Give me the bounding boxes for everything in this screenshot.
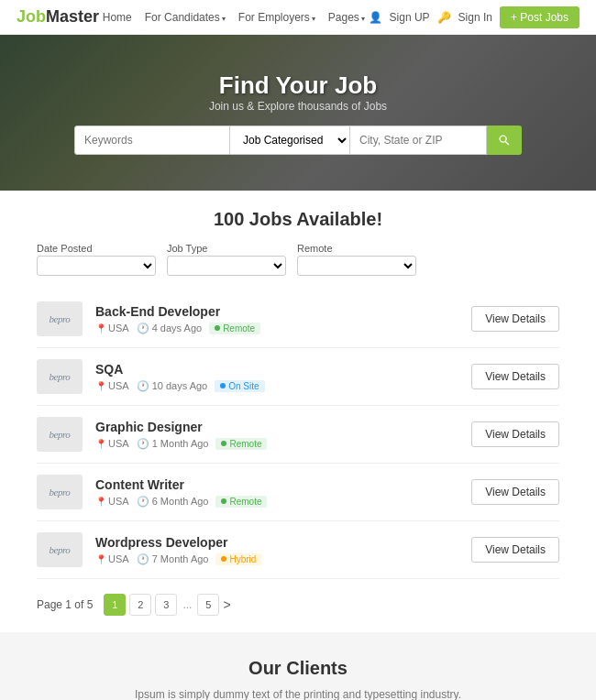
job-location: 📍 USA [95, 323, 129, 334]
hero-subtitle: Join us & Explore thousands of Jobs [74, 100, 522, 113]
page-1-button[interactable]: 1 [104, 594, 126, 616]
page-5-button[interactable]: 5 [197, 594, 219, 616]
job-time-ago: 🕐 10 days Ago [137, 380, 208, 392]
hero-title: Find Your Job [74, 71, 522, 100]
badge-dot [215, 325, 220, 331]
nav-pages[interactable]: Pages▾ [328, 11, 365, 24]
pin-icon: 📍 [95, 439, 106, 449]
job-time-ago: 🕐 6 Month Ago [137, 496, 209, 508]
category-select[interactable]: Job Categorised [230, 126, 349, 155]
chevron-down-icon: ▾ [222, 15, 226, 23]
clients-section: Our Clients Ipsum is simply dummy text o… [0, 632, 596, 700]
job-card-left: bepro Wordpress Developer 📍 USA 🕐 7 Mont… [37, 532, 261, 567]
job-type-badge: On Site [215, 380, 264, 392]
job-type-filter: Job Type [167, 243, 286, 276]
company-logo: bepro [37, 417, 83, 452]
job-meta: 📍 USA 🕐 6 Month Ago Remote [95, 496, 267, 508]
filters-bar: Date Posted Job Type Remote [37, 243, 559, 276]
job-type-select[interactable] [167, 256, 286, 276]
company-logo: bepro [37, 359, 83, 394]
logo[interactable]: JobMaster [17, 7, 99, 27]
job-info: SQA 📍 USA 🕐 10 days Ago On Site [95, 362, 265, 392]
job-type-badge: Remote [215, 496, 267, 508]
pin-icon: 📍 [95, 381, 106, 391]
pin-icon: 📍 [95, 554, 106, 564]
sign-up-link[interactable]: Sign UP [390, 11, 430, 24]
logo-part2: Master [46, 7, 99, 26]
location-input[interactable] [349, 126, 487, 155]
pagination: Page 1 of 5 1 2 3 ... 5 > [37, 579, 559, 623]
page-2-button[interactable]: 2 [129, 594, 151, 616]
keyword-input[interactable] [74, 126, 230, 155]
navbar: JobMaster Home For Candidates▾ For Emplo… [0, 0, 596, 35]
remote-filter: Remote [297, 243, 416, 276]
job-card-2: bepro SQA 📍 USA 🕐 10 days Ago On Site [37, 348, 559, 406]
job-time-ago: 🕐 4 days Ago [137, 323, 203, 334]
sign-in-link[interactable]: Sign In [458, 11, 492, 24]
job-location: 📍 USA [95, 438, 129, 449]
view-details-button[interactable]: View Details [471, 364, 559, 389]
job-title: Wordpress Developer [95, 535, 261, 550]
date-posted-select[interactable] [37, 256, 156, 276]
job-card-left: bepro Content Writer 📍 USA 🕐 6 Month Ago… [37, 475, 267, 509]
badge-dot [221, 498, 226, 504]
remote-label: Remote [297, 243, 416, 254]
job-card-1: bepro Back-End Developer 📍 USA 🕐 4 days … [37, 290, 559, 348]
job-card-left: bepro Graphic Designer 📍 USA 🕐 1 Month A… [37, 417, 267, 452]
job-title: Content Writer [95, 477, 267, 492]
jobs-list: bepro Back-End Developer 📍 USA 🕐 4 days … [37, 290, 559, 579]
nav-employers[interactable]: For Employers▾ [238, 11, 315, 24]
hero-section: Find Your Job Join us & Explore thousand… [0, 35, 596, 191]
company-name: bepro [50, 544, 71, 555]
view-details-button[interactable]: View Details [471, 479, 559, 505]
company-logo: bepro [37, 301, 83, 336]
job-meta: 📍 USA 🕐 10 days Ago On Site [95, 380, 265, 392]
job-card-5: bepro Wordpress Developer 📍 USA 🕐 7 Mont… [37, 521, 559, 579]
job-time-ago: 🕐 1 Month Ago [137, 438, 209, 450]
nav-home[interactable]: Home [103, 11, 132, 24]
svg-point-0 [500, 136, 506, 142]
nav-candidates[interactable]: For Candidates▾ [145, 11, 226, 24]
company-logo: bepro [37, 475, 83, 509]
job-type-badge: Remote [209, 323, 260, 334]
page-next-button[interactable]: > [223, 597, 230, 612]
job-location: 📍 USA [95, 380, 129, 391]
clients-title: Our Clients [37, 658, 559, 679]
job-type-badge: Hybrid [215, 553, 261, 565]
company-name: bepro [50, 371, 71, 382]
nav-links: Home For Candidates▾ For Employers▾ Page… [103, 11, 365, 24]
job-meta: 📍 USA 🕐 4 days Ago Remote [95, 323, 260, 334]
chevron-down-icon: ▾ [361, 15, 365, 23]
clients-subtitle: Ipsum is simply dummy text of the printi… [124, 686, 472, 700]
jobs-section: 100 Jobs Available! Date Posted Job Type… [0, 191, 596, 632]
company-name: bepro [50, 429, 71, 440]
logo-part1: Job [17, 7, 46, 26]
job-title: SQA [95, 362, 265, 377]
badge-dot [221, 441, 226, 446]
job-type-label: Job Type [167, 243, 286, 254]
page-dots: ... [181, 598, 193, 611]
pin-icon: 📍 [95, 497, 106, 507]
company-logo: bepro [37, 532, 83, 567]
job-card-left: bepro Back-End Developer 📍 USA 🕐 4 days … [37, 301, 260, 336]
job-location: 📍 USA [95, 496, 129, 507]
job-card-4: bepro Content Writer 📍 USA 🕐 6 Month Ago… [37, 464, 559, 521]
page-info: Page 1 of 5 [37, 598, 93, 611]
job-card-left: bepro SQA 📍 USA 🕐 10 days Ago On Site [37, 359, 265, 394]
view-details-button[interactable]: View Details [471, 537, 559, 563]
search-bar: Job Categorised [74, 126, 522, 155]
pin-icon: 📍 [95, 323, 106, 334]
search-button[interactable] [487, 126, 522, 155]
remote-select[interactable] [297, 256, 416, 276]
date-posted-label: Date Posted [37, 243, 156, 254]
chevron-down-icon: ▾ [312, 15, 315, 23]
view-details-button[interactable]: View Details [471, 421, 559, 447]
date-posted-filter: Date Posted [37, 243, 156, 276]
post-jobs-button[interactable]: + Post Jobs [500, 6, 579, 28]
view-details-button[interactable]: View Details [471, 306, 559, 332]
jobs-count-title: 100 Jobs Available! [37, 209, 559, 230]
page-3-button[interactable]: 3 [155, 594, 177, 616]
job-info: Back-End Developer 📍 USA 🕐 4 days Ago Re… [95, 304, 260, 334]
job-title: Back-End Developer [95, 304, 260, 319]
job-type-badge: Remote [215, 438, 267, 450]
